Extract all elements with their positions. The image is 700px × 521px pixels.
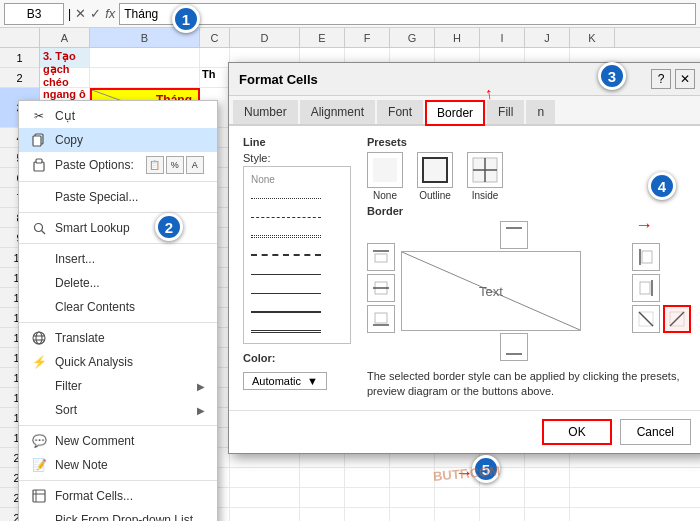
border-top-outline-btn[interactable] — [500, 221, 528, 249]
paste-icons: 📋 % A — [146, 156, 204, 174]
menu-label-copy: Copy — [55, 133, 83, 147]
preset-inside-icon — [467, 152, 503, 188]
cell-j21[interactable] — [525, 468, 570, 487]
border-middle-btn[interactable] — [367, 274, 395, 302]
cell-i22[interactable] — [480, 488, 525, 507]
cell-e21[interactable] — [300, 468, 345, 487]
menu-item-filter[interactable]: Filter ▶ — [19, 374, 217, 398]
cell-f23[interactable] — [345, 508, 390, 521]
menu-item-new-comment[interactable]: 💬 New Comment — [19, 429, 217, 453]
border-bottom-outline-btn[interactable] — [500, 333, 528, 361]
name-box[interactable]: B3 — [4, 3, 64, 25]
line-double[interactable] — [248, 323, 346, 339]
cell-b1[interactable] — [90, 48, 200, 67]
dialog-help-btn[interactable]: ? — [651, 69, 671, 89]
context-menu: ✂ Cụt Copy Paste Options: 📋 % A Paste Sp… — [18, 100, 218, 521]
menu-item-paste-options[interactable]: Paste Options: 📋 % A — [19, 152, 217, 178]
dialog-close-btn[interactable]: ✕ — [675, 69, 695, 89]
cell-a2[interactable] — [40, 68, 90, 87]
line-solid-thick[interactable] — [248, 304, 346, 320]
row-header-2: 2 — [0, 68, 39, 88]
cell-f22[interactable] — [345, 488, 390, 507]
menu-label-paste-special: Paste Special... — [55, 190, 138, 204]
menu-item-copy[interactable]: Copy — [19, 128, 217, 152]
line-none[interactable]: None — [248, 171, 346, 187]
svg-point-7 — [33, 332, 45, 344]
cell-d23[interactable] — [230, 508, 300, 521]
border-right-btn[interactable] — [632, 274, 660, 302]
copy-icon — [31, 132, 47, 148]
tab-alignment[interactable]: Alignment — [300, 100, 375, 124]
line-solid-medium[interactable] — [248, 285, 346, 301]
cell-e22[interactable] — [300, 488, 345, 507]
cell-h22[interactable] — [435, 488, 480, 507]
cell-j22[interactable] — [525, 488, 570, 507]
menu-item-quick-analysis[interactable]: ⚡ Quick Analysis — [19, 350, 217, 374]
cell-d21[interactable] — [230, 468, 300, 487]
cell-f21[interactable] — [345, 468, 390, 487]
formula-divider: | — [68, 7, 71, 21]
tab-fill[interactable]: Fill — [487, 100, 524, 124]
cell-c1[interactable] — [200, 48, 230, 67]
cell-i23[interactable] — [480, 508, 525, 521]
smart-lookup-icon — [31, 220, 47, 236]
tab-border[interactable]: Border — [425, 100, 485, 126]
border-top-btn[interactable] — [367, 243, 395, 271]
cell-a1[interactable]: 3. Tạo gạch chéo ngang ô — [40, 48, 90, 67]
top-border-btns — [401, 221, 626, 249]
menu-item-delete[interactable]: Delete... — [19, 271, 217, 295]
cell-b2[interactable] — [90, 68, 200, 87]
menu-sep-4 — [19, 322, 217, 323]
menu-item-smart-lookup[interactable]: Smart Lookup — [19, 216, 217, 240]
menu-item-paste-special[interactable]: Paste Special... — [19, 185, 217, 209]
x-btn[interactable]: ✕ — [75, 6, 86, 21]
border-diag-down-btn[interactable] — [632, 305, 660, 333]
formula-input[interactable] — [119, 3, 696, 25]
menu-item-cut[interactable]: ✂ Cụt — [19, 104, 217, 128]
ok-button[interactable]: OK — [542, 419, 611, 445]
line-dotted1[interactable] — [248, 190, 346, 206]
cell-g22[interactable] — [390, 488, 435, 507]
cell-j23[interactable] — [525, 508, 570, 521]
menu-label-delete: Delete... — [55, 276, 100, 290]
tab-protection[interactable]: n — [526, 100, 555, 124]
preset-none-btn[interactable]: None — [367, 152, 403, 201]
preset-outline-btn[interactable]: Outline — [417, 152, 453, 201]
menu-item-clear-contents[interactable]: Clear Contents — [19, 295, 217, 319]
paste-options-icon — [31, 157, 47, 173]
cell-h23[interactable] — [435, 508, 480, 521]
menu-sep-6 — [19, 480, 217, 481]
menu-item-insert[interactable]: Insert... — [19, 247, 217, 271]
color-dropdown-arrow[interactable]: ▼ — [307, 375, 318, 387]
border-bottom-btn[interactable] — [367, 305, 395, 333]
preset-inside-btn[interactable]: Inside — [467, 152, 503, 201]
menu-item-translate[interactable]: Translate — [19, 326, 217, 350]
bottom-border-btns — [401, 333, 626, 361]
line-dotted2[interactable] — [248, 228, 346, 244]
menu-item-pick-dropdown[interactable]: Pick From Drop-down List... — [19, 508, 217, 521]
formula-bar: B3 | ✕ ✓ fx — [0, 0, 700, 28]
cell-d22[interactable] — [230, 488, 300, 507]
filter-icon — [31, 378, 47, 394]
dialog-titlebar: Format Cells ? ✕ — [229, 63, 700, 96]
cancel-button[interactable]: Cancel — [620, 419, 691, 445]
cell-c2[interactable]: Th — [200, 68, 230, 87]
menu-item-format-cells[interactable]: Format Cells... — [19, 484, 217, 508]
cell-g21[interactable] — [390, 468, 435, 487]
line-style-selector[interactable]: None — [243, 166, 351, 344]
check-btn[interactable]: ✓ — [90, 6, 101, 21]
line-dashed2[interactable] — [248, 247, 346, 263]
color-picker-btn[interactable]: Automatic ▼ — [243, 372, 327, 390]
insert-icon — [31, 251, 47, 267]
menu-item-new-note[interactable]: 📝 New Note — [19, 453, 217, 477]
line-solid-thin[interactable] — [248, 266, 346, 282]
tab-number[interactable]: Number — [233, 100, 298, 124]
border-diag-up-btn[interactable] — [663, 305, 691, 333]
cell-g23[interactable] — [390, 508, 435, 521]
menu-item-sort[interactable]: Sort ▶ — [19, 398, 217, 422]
menu-label-new-comment: New Comment — [55, 434, 134, 448]
line-dashed1[interactable] — [248, 209, 346, 225]
border-left-btn[interactable] — [632, 243, 660, 271]
tab-font[interactable]: Font — [377, 100, 423, 124]
cell-e23[interactable] — [300, 508, 345, 521]
